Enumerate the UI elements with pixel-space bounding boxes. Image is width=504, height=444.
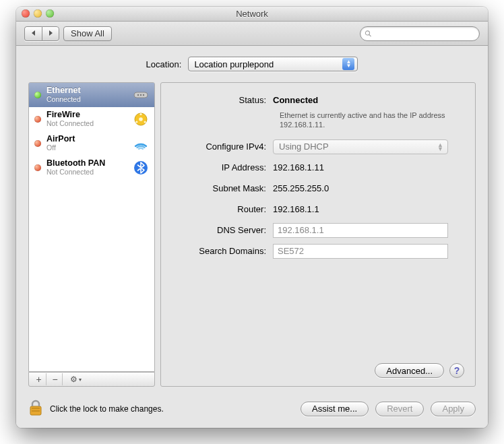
nav-back-forward	[24, 26, 59, 41]
back-button[interactable]	[24, 26, 42, 41]
detail-footer: Advanced... ?	[375, 363, 464, 378]
toolbar: Show All	[16, 22, 488, 46]
router-label: Router:	[173, 204, 273, 214]
titlebar: Network	[16, 7, 488, 22]
status-dot-red-icon	[34, 164, 41, 171]
router-value: 192.168.1.1	[273, 204, 463, 214]
interface-list: Ethernet Connected FireWire Not Connecte…	[28, 82, 155, 372]
gear-icon: ⚙	[70, 375, 77, 384]
sidebar-item-firewire[interactable]: FireWire Not Connected	[29, 107, 154, 131]
sidebar-item-airport[interactable]: AirPort Off	[29, 131, 154, 156]
sidebar-footer: + − ⚙▾	[28, 372, 155, 387]
bottom-bar: Click the lock to make changes. Assist m…	[16, 392, 488, 428]
location-label: Location:	[146, 59, 182, 69]
main-columns: Ethernet Connected FireWire Not Connecte…	[16, 82, 488, 392]
sidebar-item-ethernet[interactable]: Ethernet Connected	[29, 83, 154, 107]
interface-name: Bluetooth PAN	[46, 159, 127, 168]
interface-sub: Off	[46, 144, 127, 152]
interface-sub: Not Connected	[46, 120, 127, 128]
sidebar-item-bluetooth-pan[interactable]: Bluetooth PAN Not Connected	[29, 156, 154, 180]
configure-ipv4-value: Using DHCP	[279, 141, 437, 152]
svg-point-8	[139, 113, 141, 115]
svg-rect-14	[32, 410, 40, 412]
svg-point-0	[365, 30, 369, 34]
show-all-button[interactable]: Show All	[63, 26, 112, 41]
svg-point-10	[144, 121, 146, 123]
location-row: Location: Location purplepond ▲▼	[16, 46, 488, 82]
search-domains-field[interactable]: SE572	[273, 244, 448, 259]
location-selected: Location purplepond	[194, 59, 342, 69]
interface-sub: Not Connected	[46, 168, 127, 177]
forward-arrow-icon	[47, 30, 54, 36]
airport-icon	[133, 135, 149, 152]
bluetooth-icon	[133, 160, 149, 176]
status-dot-green-icon	[34, 92, 41, 98]
search-input[interactable]	[375, 29, 475, 38]
search-field[interactable]	[360, 26, 480, 41]
subnet-mask-value: 255.255.255.0	[273, 183, 463, 193]
status-description: Ethernet is currently active and has the…	[173, 110, 456, 130]
svg-point-3	[137, 94, 139, 96]
advanced-button[interactable]: Advanced...	[375, 363, 444, 378]
minimize-window-button[interactable]	[34, 9, 42, 18]
sidebar-container: Ethernet Connected FireWire Not Connecte…	[28, 82, 155, 387]
search-icon	[365, 30, 372, 38]
configure-ipv4-label: Configure IPv4:	[173, 141, 273, 152]
configure-ipv4-popup[interactable]: Using DHCP ▲▼	[273, 139, 448, 154]
chevron-down-icon: ▾	[79, 377, 82, 383]
window-controls	[22, 9, 54, 18]
forward-button[interactable]	[42, 26, 59, 41]
apply-button[interactable]: Apply	[431, 402, 476, 416]
action-menu-button[interactable]: ⚙▾	[64, 373, 87, 385]
ip-address-value: 192.168.1.11	[273, 162, 463, 172]
add-interface-button[interactable]: +	[32, 373, 46, 385]
status-label: Status:	[173, 95, 273, 105]
help-button[interactable]: ?	[449, 363, 464, 378]
lock-icon[interactable]	[28, 399, 43, 418]
window-title: Network	[236, 9, 268, 19]
svg-rect-13	[32, 408, 40, 409]
location-popup[interactable]: Location purplepond ▲▼	[188, 57, 358, 71]
zoom-window-button[interactable]	[46, 9, 54, 18]
svg-point-4	[140, 94, 141, 96]
back-arrow-icon	[30, 30, 37, 36]
close-window-button[interactable]	[22, 9, 30, 18]
ip-address-label: IP Address:	[173, 162, 273, 172]
popup-arrows-icon: ▲▼	[342, 58, 354, 70]
interface-name: Ethernet	[46, 86, 127, 96]
preferences-window: Network Show All Location: Location purp…	[16, 7, 488, 428]
dns-server-field[interactable]: 192.168.1.1	[273, 223, 448, 238]
interface-detail: Status: Connected Ethernet is currently …	[160, 82, 476, 387]
firewire-icon	[133, 111, 149, 127]
content-pane: Location: Location purplepond ▲▼ Etherne…	[16, 46, 488, 428]
revert-button[interactable]: Revert	[375, 402, 424, 416]
popup-chevron-icon: ▲▼	[437, 143, 443, 151]
assist-me-button[interactable]: Assist me...	[301, 402, 369, 416]
status-value: Connected	[273, 95, 463, 105]
status-dot-red-icon	[34, 140, 41, 147]
dns-server-label: DNS Server:	[173, 225, 273, 235]
ethernet-icon	[133, 87, 149, 103]
subnet-mask-label: Subnet Mask:	[173, 183, 273, 193]
lock-text: Click the lock to make changes.	[50, 404, 164, 414]
interface-sub: Connected	[46, 96, 127, 104]
interface-name: FireWire	[46, 110, 127, 120]
status-dot-red-icon	[34, 116, 41, 123]
svg-point-5	[143, 94, 144, 96]
interface-name: AirPort	[46, 135, 127, 144]
svg-point-7	[139, 117, 143, 121]
svg-point-9	[135, 121, 137, 123]
search-domains-label: Search Domains:	[173, 246, 273, 256]
svg-line-1	[369, 34, 371, 36]
remove-interface-button[interactable]: −	[48, 373, 63, 385]
